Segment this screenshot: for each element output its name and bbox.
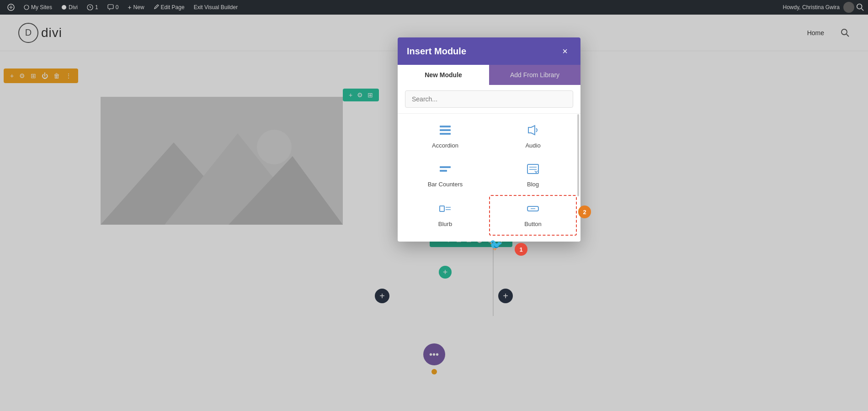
button-label: Button xyxy=(524,221,542,227)
wp-logo[interactable] xyxy=(4,0,18,15)
button-icon xyxy=(527,203,539,217)
admin-search-icon[interactable] xyxy=(856,3,864,11)
module-accordion[interactable]: Accordion xyxy=(401,117,489,156)
my-sites-label: My Sites xyxy=(31,4,52,11)
bar-counters-label: Bar Counters xyxy=(428,181,463,188)
module-blog[interactable]: Blog xyxy=(489,156,577,195)
audio-label: Audio xyxy=(525,142,540,149)
updates-menu[interactable]: 1 xyxy=(83,0,102,15)
module-grid: Accordion Audio Bar Counters xyxy=(398,114,580,242)
svg-rect-23 xyxy=(440,206,444,211)
edit-page-label: Edit Page xyxy=(161,4,185,11)
admin-bar: My Sites Divi 1 0 + New Edit Page Exit V… xyxy=(0,0,868,15)
module-button[interactable]: Button xyxy=(489,195,577,236)
exit-vb-menu[interactable]: Exit Visual Builder xyxy=(190,0,242,15)
modal-search-area xyxy=(398,85,580,114)
svg-line-6 xyxy=(862,9,864,11)
blurb-label: Blurb xyxy=(438,221,452,227)
blurb-icon xyxy=(439,203,452,217)
comments-count: 0 xyxy=(116,4,119,11)
annotation-2: 2 xyxy=(578,206,591,218)
tab-new-module[interactable]: New Module xyxy=(398,65,489,85)
modal-title: Insert Module xyxy=(407,46,466,57)
user-greeting: Howdy, Christina Gwira xyxy=(783,4,840,11)
svg-rect-14 xyxy=(440,126,451,127)
svg-rect-19 xyxy=(440,170,447,172)
svg-rect-16 xyxy=(440,133,451,135)
module-blurb[interactable]: Blurb xyxy=(401,195,489,236)
modal-scrollbar[interactable] xyxy=(577,111,580,242)
new-label: New xyxy=(133,4,144,11)
modal-tabs: New Module Add From Library xyxy=(398,65,580,85)
blog-icon xyxy=(527,163,539,177)
accordion-icon xyxy=(439,125,452,138)
my-sites-menu[interactable]: My Sites xyxy=(20,0,56,15)
updates-count: 1 xyxy=(95,4,98,11)
module-extra1[interactable] xyxy=(401,236,489,242)
avatar xyxy=(843,2,854,13)
new-menu[interactable]: + New xyxy=(124,0,148,15)
svg-marker-17 xyxy=(528,126,535,135)
svg-rect-4 xyxy=(108,5,113,9)
svg-point-2 xyxy=(62,5,66,10)
svg-point-1 xyxy=(24,5,29,10)
svg-rect-18 xyxy=(440,166,451,168)
module-audio[interactable]: Audio xyxy=(489,117,577,156)
exit-vb-label: Exit Visual Builder xyxy=(194,4,238,11)
tab-add-from-library[interactable]: Add From Library xyxy=(489,65,580,85)
annotation-1: 1 xyxy=(515,243,527,256)
admin-bar-right: Howdy, Christina Gwira xyxy=(783,2,864,13)
module-bar-counters[interactable]: Bar Counters xyxy=(401,156,489,195)
module-search-input[interactable] xyxy=(405,90,573,108)
svg-rect-15 xyxy=(440,129,451,131)
divi-menu[interactable]: Divi xyxy=(58,0,81,15)
bird-icon: 🐦 xyxy=(489,238,503,251)
blog-label: Blog xyxy=(527,181,539,188)
modal-close-btn[interactable]: × xyxy=(559,45,571,58)
bar-counters-icon xyxy=(439,163,452,177)
comments-menu[interactable]: 0 xyxy=(104,0,122,15)
modal-header: Insert Module × xyxy=(398,37,580,65)
insert-module-modal: Insert Module × New Module Add From Libr… xyxy=(398,37,580,242)
page-wrapper: D divi Home + ⚙ ⊞ ⏻ 🗑 ⋮ xyxy=(0,15,868,411)
audio-icon xyxy=(527,125,539,138)
accordion-label: Accordion xyxy=(432,142,458,149)
divi-label: Divi xyxy=(69,4,78,11)
svg-point-5 xyxy=(857,4,862,9)
edit-page-menu[interactable]: Edit Page xyxy=(150,0,188,15)
